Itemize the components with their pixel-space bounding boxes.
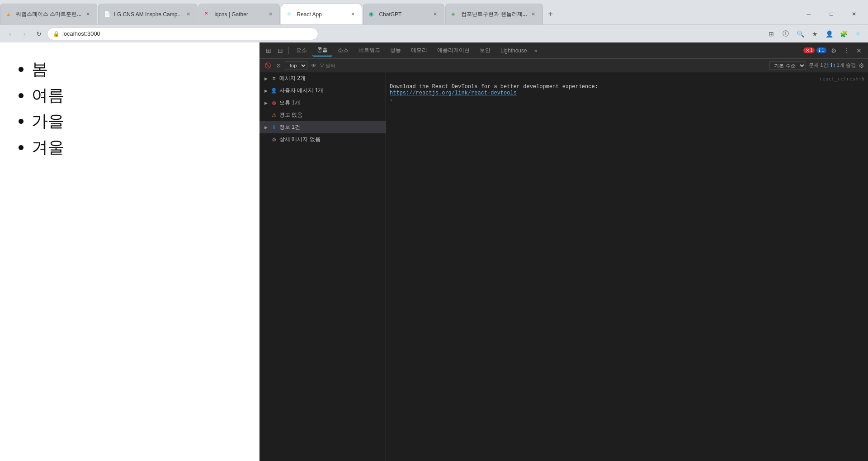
- expand-icon-info[interactable]: ▶: [263, 125, 269, 130]
- tab-lgcns[interactable]: 📄 LG CNS AM Inspire Camp... ✕: [98, 4, 198, 24]
- console-toolbar: 🚫 ⊘ top 👁 ▽ 기본 수준 문제 1건: ℹ 1 1개 숨김: [259, 59, 868, 72]
- issues-badge: 문제 1건: ℹ 1 1개 숨김: [809, 62, 856, 69]
- tab-close-1[interactable]: ✕: [84, 11, 91, 18]
- devtools-close-icon[interactable]: ✕: [854, 45, 864, 56]
- devtools-settings-icon[interactable]: ⚙: [828, 45, 839, 56]
- tab-close-5[interactable]: ✕: [431, 11, 439, 18]
- extensions-icon[interactable]: 🧩: [837, 28, 850, 40]
- tab-component[interactable]: ◈ 컴포넌트구현과 핸들러제... ✕: [445, 4, 542, 24]
- error-circle-icon: ⊗: [270, 99, 278, 107]
- filter-input[interactable]: [326, 63, 767, 68]
- tree-item-warnings[interactable]: ⚠ 경고 없음: [259, 109, 386, 121]
- tree-item-verbose[interactable]: ⚙ 상세 메시지 없음: [259, 133, 386, 146]
- expand-icon-user[interactable]: ▶: [263, 88, 269, 94]
- console-clear-icon[interactable]: 🚫: [263, 61, 272, 70]
- list-item-spring: 봄: [32, 56, 241, 82]
- window-controls: ─ □ ✕: [798, 4, 868, 24]
- tab-title-6: 컴포넌트구현과 핸들러제...: [461, 10, 527, 18]
- tab-chatgpt[interactable]: ◉ ChatGPT ✕: [363, 4, 444, 24]
- tab-close-6[interactable]: ✕: [530, 11, 537, 18]
- maximize-button[interactable]: □: [821, 7, 842, 21]
- tab-lighthouse[interactable]: Lighthouse: [496, 46, 532, 56]
- cast-icon[interactable]: ⊞: [765, 28, 778, 40]
- tab-favicon-3: ✕: [204, 11, 212, 18]
- browser-chrome: ▲ 워렙스페이스 스마트훈련... ✕ 📄 LG CNS AM Inspire …: [0, 0, 868, 42]
- warning-icon: ⚠: [270, 112, 278, 119]
- list-item-summer: 여름: [32, 82, 241, 108]
- back-button[interactable]: ‹: [4, 28, 16, 40]
- errors-label: 오류 1개: [279, 99, 300, 107]
- tab-close-3[interactable]: ✕: [267, 11, 274, 18]
- tree-item-all-messages[interactable]: ▶ ≡ 메시지 2개: [259, 72, 386, 85]
- close-button[interactable]: ✕: [844, 7, 864, 21]
- list-icon: ≡: [270, 75, 278, 82]
- issues-count: 1: [833, 63, 836, 68]
- verbose-label: 상세 메시지 없음: [279, 136, 321, 143]
- devtools-panel-icon[interactable]: ⊟: [275, 45, 286, 56]
- tab-title-3: lqcns | Gather: [214, 11, 264, 18]
- error-icon: ✕: [806, 48, 809, 53]
- info-label: 정보 1건: [279, 123, 300, 131]
- tab-elements[interactable]: 요소: [292, 45, 311, 56]
- zoom-icon[interactable]: 🔍: [794, 28, 807, 40]
- chevron-right-icon[interactable]: ›: [390, 98, 392, 103]
- tab-application[interactable]: 애플리케이션: [433, 45, 474, 56]
- tab-network[interactable]: 네트워크: [354, 45, 385, 56]
- list-item-winter: 겨울: [32, 134, 241, 160]
- devtools-link[interactable]: https://reactjs.org/link/react-devtools: [390, 90, 517, 96]
- all-messages-label: 메시지 2개: [279, 75, 306, 82]
- address-right-controls: ⊞ Ⓣ 🔍 ★ 👤 🧩 ⚛: [765, 28, 864, 40]
- log-level-selector[interactable]: 기본 수준: [769, 61, 806, 70]
- tab-title-1: 워렙스페이스 스마트훈련...: [16, 10, 81, 18]
- message-content: Download the React DevTools for a better…: [390, 84, 864, 96]
- forward-button[interactable]: ›: [18, 28, 31, 40]
- refresh-tag: react_refresh:6: [390, 76, 864, 82]
- bookmark-icon[interactable]: ★: [808, 28, 821, 40]
- filter-icon: ▽: [320, 62, 324, 68]
- tree-item-info[interactable]: ▶ ℹ 정보 1건: [259, 121, 386, 133]
- minimize-button[interactable]: ─: [798, 7, 819, 21]
- tree-item-user-messages[interactable]: ▶ 👤 사용자 메시지 1개: [259, 85, 386, 97]
- more-tabs-button[interactable]: »: [533, 47, 539, 54]
- console-settings-icon[interactable]: ⚙: [859, 62, 864, 69]
- tab-react[interactable]: ⚛ React App ✕: [281, 4, 362, 24]
- message-badge: ℹ 1: [816, 47, 826, 53]
- tab-close-4[interactable]: ✕: [349, 11, 356, 18]
- error-count: 1: [810, 48, 813, 53]
- season-list: 봄 여름 가을 겨울: [18, 56, 241, 160]
- devtools-toolbar: ⊞ ⊟ 요소 콘솔 소스 네트워크 성능 메모리 애플리케이션 보안 Light…: [259, 42, 868, 59]
- tab-gather[interactable]: ✕ lqcns | Gather ✕: [198, 4, 280, 24]
- tree-item-errors[interactable]: ▶ ⊗ 오류 1개: [259, 97, 386, 109]
- devtools-more-icon[interactable]: ⋮: [841, 45, 852, 56]
- tab-security[interactable]: 보안: [475, 45, 495, 56]
- tab-sources[interactable]: 소스: [333, 45, 353, 56]
- expand-icon-all[interactable]: ▶: [263, 76, 269, 81]
- console-block-icon[interactable]: ⊘: [274, 61, 283, 70]
- tab-console[interactable]: 콘솔: [312, 44, 332, 56]
- tab-performance[interactable]: 성능: [386, 45, 406, 56]
- tab-title-5: ChatGPT: [379, 11, 429, 18]
- address-bar: ‹ › ↻ 🔒 localhost:3000 ⊞ Ⓣ 🔍 ★ 👤 🧩 ⚛: [0, 24, 868, 42]
- expand-icon-errors[interactable]: ▶: [263, 100, 269, 106]
- list-item-autumn: 가을: [32, 108, 241, 134]
- tab-title-4: React App: [297, 11, 346, 18]
- tab-memory[interactable]: 메모리: [406, 45, 432, 56]
- console-right-controls: 기본 수준 문제 1건: ℹ 1 1개 숨김 ⚙: [769, 61, 864, 70]
- profile-icon[interactable]: 👤: [823, 28, 835, 40]
- context-selector[interactable]: top: [285, 61, 307, 70]
- url-input[interactable]: 🔒 localhost:3000: [47, 28, 318, 40]
- tab-close-2[interactable]: ✕: [184, 11, 192, 18]
- new-tab-button[interactable]: +: [544, 7, 557, 21]
- live-expression-icon[interactable]: 👁: [309, 61, 318, 70]
- webpage-content: 봄 여름 가을 겨울: [0, 42, 259, 461]
- verbose-gear-icon: ⚙: [270, 136, 278, 143]
- translate-icon[interactable]: Ⓣ: [779, 28, 792, 40]
- devtools-icon[interactable]: ⚛: [852, 28, 864, 40]
- main-area: 봄 여름 가을 겨울 ⊞ ⊟ 요소 콘솔 소스 네트워크 성능 메모리 애플리케…: [0, 42, 868, 461]
- devtools-dock-icon[interactable]: ⊞: [263, 45, 274, 56]
- lock-icon: 🔒: [53, 31, 60, 37]
- tab-favicon-2: 📄: [104, 11, 111, 18]
- refresh-button[interactable]: ↻: [33, 28, 45, 40]
- tab-workspace[interactable]: ▲ 워렙스페이스 스마트훈련... ✕: [0, 4, 97, 24]
- error-badge: ✕ 1: [803, 47, 815, 53]
